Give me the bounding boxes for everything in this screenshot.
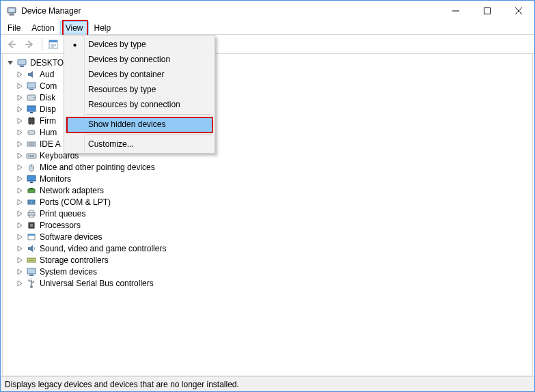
- menu-help[interactable]: Help: [89, 21, 117, 34]
- menu-item-label: Devices by connection: [84, 55, 170, 64]
- close-button[interactable]: [503, 1, 534, 21]
- nav-back-button[interactable]: [3, 37, 20, 52]
- menu-devices-by-type[interactable]: ● Devices by type: [66, 37, 213, 52]
- computer-icon: [26, 81, 37, 92]
- software-icon: [26, 232, 37, 242]
- nav-forward-button[interactable]: [21, 37, 38, 52]
- expander-icon[interactable]: [15, 232, 25, 242]
- statusbar: Displays legacy devices and devices that…: [1, 376, 534, 391]
- expander-icon[interactable]: [15, 104, 25, 114]
- expander-icon[interactable]: [15, 151, 25, 160]
- expander-icon[interactable]: [15, 267, 25, 277]
- menu-resources-by-type[interactable]: Resources by type: [66, 82, 213, 97]
- port-icon: [26, 197, 37, 208]
- tree-item-label: IDE A: [40, 139, 61, 149]
- expander-icon[interactable]: [15, 128, 25, 137]
- tree-item[interactable]: Mice and other pointing devices: [3, 161, 532, 173]
- tree-item-label: Com: [40, 81, 57, 91]
- expander-icon[interactable]: [15, 163, 25, 172]
- window-title: Device Manager: [21, 6, 440, 16]
- menu-show-hidden-devices[interactable]: Show hidden devices: [66, 117, 213, 132]
- svg-rect-5: [484, 8, 491, 14]
- menubar: File Action View Help: [1, 21, 534, 35]
- tree-item[interactable]: Universal Serial Bus controllers: [3, 277, 532, 289]
- svg-rect-33: [28, 155, 29, 156]
- tree-item-label: Disp: [40, 104, 56, 114]
- tree-item[interactable]: System devices: [3, 266, 532, 277]
- cpu-icon: [26, 220, 37, 231]
- maximize-button[interactable]: [471, 1, 503, 21]
- hid-icon: [26, 127, 37, 138]
- expander-icon[interactable]: [15, 174, 25, 184]
- tree-item[interactable]: Monitors: [3, 173, 532, 184]
- expander-icon[interactable]: [15, 93, 25, 102]
- svg-rect-18: [29, 89, 33, 90]
- menu-devices-by-container[interactable]: Devices by container: [66, 67, 213, 82]
- tree-item-label: Firm: [40, 116, 56, 126]
- menu-item-label: Devices by container: [84, 70, 164, 79]
- expander-icon[interactable]: [15, 116, 25, 126]
- expander-icon[interactable]: [15, 139, 25, 149]
- printer-icon: [26, 208, 37, 219]
- svg-rect-34: [30, 155, 31, 156]
- svg-rect-2: [10, 14, 14, 15]
- svg-rect-15: [18, 59, 26, 65]
- expander-icon[interactable]: [5, 58, 15, 68]
- svg-rect-29: [27, 142, 36, 146]
- svg-rect-22: [30, 112, 33, 113]
- device-manager-window: Device Manager File Action View Help: [0, 0, 535, 392]
- expander-icon[interactable]: [15, 81, 25, 91]
- svg-rect-41: [28, 189, 35, 193]
- tree-item-label: Hum: [40, 128, 57, 137]
- tree-item[interactable]: Print queues: [3, 208, 532, 219]
- menu-resources-by-connection[interactable]: Resources by connection: [66, 97, 213, 112]
- expander-icon[interactable]: [15, 197, 25, 207]
- svg-rect-1: [9, 9, 15, 12]
- menu-action[interactable]: Action: [26, 21, 59, 34]
- tree-item-label: Disk: [40, 93, 55, 102]
- tree-item-label: Ports (COM & LPT): [40, 197, 111, 207]
- properties-button[interactable]: [45, 37, 61, 52]
- tree-item[interactable]: Network adapters: [3, 184, 532, 196]
- expander-icon[interactable]: [15, 209, 25, 219]
- menu-customize[interactable]: Customize...: [66, 137, 213, 152]
- svg-rect-39: [27, 176, 36, 181]
- svg-rect-47: [29, 210, 33, 212]
- svg-rect-16: [20, 66, 24, 67]
- menu-item-label: Show hidden devices: [84, 120, 165, 129]
- expander-icon[interactable]: [15, 221, 25, 230]
- tree-item[interactable]: Sound, video and game controllers: [3, 242, 532, 254]
- tree-item-label: Sound, video and game controllers: [40, 244, 166, 253]
- tree-item[interactable]: Ports (COM & LPT): [3, 196, 532, 208]
- menu-devices-by-connection[interactable]: Devices by connection: [66, 52, 213, 67]
- svg-rect-28: [28, 130, 35, 135]
- svg-rect-21: [27, 106, 36, 111]
- tree-item-label: Storage controllers: [40, 255, 109, 265]
- expander-icon[interactable]: [15, 186, 25, 195]
- menu-file[interactable]: File: [2, 21, 26, 34]
- expander-icon[interactable]: [15, 244, 25, 253]
- tree-item-label: Universal Serial Bus controllers: [40, 279, 154, 288]
- svg-rect-35: [32, 155, 33, 156]
- svg-rect-11: [49, 40, 57, 42]
- tree-item[interactable]: Processors: [3, 219, 532, 231]
- tree-item[interactable]: Storage controllers: [3, 254, 532, 266]
- minimize-button[interactable]: [440, 1, 471, 21]
- display-icon: [26, 104, 37, 115]
- tree-item-label: Monitors: [40, 174, 71, 184]
- expander-icon[interactable]: [15, 70, 25, 79]
- svg-point-44: [29, 201, 31, 203]
- computer-icon: [16, 57, 27, 68]
- svg-rect-17: [27, 83, 36, 88]
- disk-icon: [26, 92, 37, 103]
- menu-view[interactable]: View: [60, 21, 89, 34]
- titlebar: Device Manager: [1, 1, 534, 21]
- view-dropdown-menu: ● Devices by type Devices by connection …: [64, 35, 215, 154]
- tree-item-label: Software devices: [40, 232, 102, 242]
- tree-item[interactable]: Software devices: [3, 231, 532, 242]
- svg-rect-52: [28, 234, 35, 236]
- expander-icon[interactable]: [15, 279, 25, 288]
- menu-item-label: Resources by connection: [84, 100, 180, 109]
- expander-icon[interactable]: [15, 255, 25, 265]
- svg-point-45: [32, 201, 33, 203]
